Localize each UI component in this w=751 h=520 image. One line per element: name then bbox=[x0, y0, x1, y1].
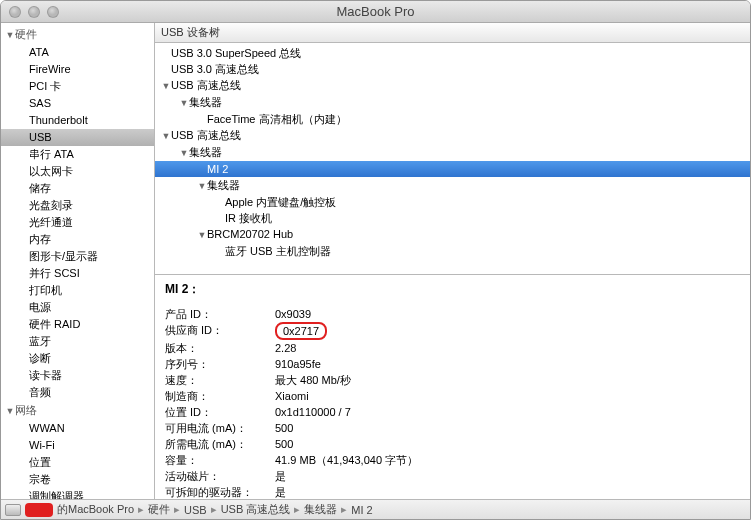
detail-properties: 产品 ID：0x9039供应商 ID：0x2717版本：2.28序列号：910a… bbox=[165, 306, 740, 499]
tree-row-label: USB 高速总线 bbox=[171, 129, 241, 141]
disclosure-triangle-icon[interactable]: ▼ bbox=[197, 227, 207, 243]
sidebar-category[interactable]: ▼网络 bbox=[1, 401, 154, 420]
disclosure-triangle-icon[interactable]: ▼ bbox=[179, 95, 189, 111]
sidebar-category[interactable]: ▼硬件 bbox=[1, 25, 154, 44]
property-row: 供应商 ID：0x2717 bbox=[165, 322, 740, 340]
breadcrumb-separator-icon: ▸ bbox=[294, 503, 300, 516]
sidebar-item[interactable]: 调制解调器 bbox=[1, 488, 154, 499]
property-row: 版本：2.28 bbox=[165, 340, 740, 356]
breadcrumb-segment[interactable]: 硬件 bbox=[148, 502, 170, 517]
highlighted-value: 0x2717 bbox=[275, 322, 327, 340]
sidebar-item[interactable]: 串行 ATA bbox=[1, 146, 154, 163]
sidebar-item[interactable]: 读卡器 bbox=[1, 367, 154, 384]
redacted-name bbox=[25, 503, 53, 517]
sidebar-item[interactable]: 打印机 bbox=[1, 282, 154, 299]
sidebar-item[interactable]: 以太网卡 bbox=[1, 163, 154, 180]
sidebar-item[interactable]: 位置 bbox=[1, 454, 154, 471]
sidebar-item[interactable]: 宗卷 bbox=[1, 471, 154, 488]
sidebar-item[interactable]: 硬件 RAID bbox=[1, 316, 154, 333]
window-titlebar: MacBook Pro bbox=[1, 1, 750, 23]
property-value: 最大 480 Mb/秒 bbox=[275, 372, 351, 388]
sidebar-item[interactable]: WWAN bbox=[1, 420, 154, 437]
property-row: 可用电流 (mA)：500 bbox=[165, 420, 740, 436]
sidebar-item[interactable]: 图形卡/显示器 bbox=[1, 248, 154, 265]
breadcrumb-segment[interactable]: USB bbox=[184, 504, 207, 516]
disclosure-triangle-icon[interactable]: ▼ bbox=[5, 30, 15, 40]
breadcrumb-segment[interactable]: 的MacBook Pro bbox=[57, 502, 134, 517]
disclosure-triangle-icon[interactable]: ▼ bbox=[5, 406, 15, 416]
breadcrumb-segment[interactable]: MI 2 bbox=[351, 504, 372, 516]
sidebar[interactable]: ▼硬件ATAFireWirePCI 卡SASThunderboltUSB串行 A… bbox=[1, 23, 155, 499]
tree-row[interactable]: USB 3.0 SuperSpeed 总线 bbox=[155, 45, 750, 61]
sidebar-item[interactable]: FireWire bbox=[1, 61, 154, 78]
tree-row[interactable]: 蓝牙 USB 主机控制器 bbox=[155, 243, 750, 259]
tree-row[interactable]: ▼USB 高速总线 bbox=[155, 127, 750, 144]
breadcrumb-segment[interactable]: USB 高速总线 bbox=[221, 502, 291, 517]
sidebar-item[interactable]: 蓝牙 bbox=[1, 333, 154, 350]
property-value: 41.9 MB（41,943,040 字节） bbox=[275, 452, 418, 468]
tree-row-label: FaceTime 高清相机（内建） bbox=[207, 113, 347, 125]
sidebar-item[interactable]: 光纤通道 bbox=[1, 214, 154, 231]
property-row: 可拆卸的驱动器：是 bbox=[165, 484, 740, 499]
tree-row[interactable]: ▼集线器 bbox=[155, 177, 750, 194]
tree-row[interactable]: ▼集线器 bbox=[155, 144, 750, 161]
sidebar-item[interactable]: 光盘刻录 bbox=[1, 197, 154, 214]
tree-row-label: IR 接收机 bbox=[225, 212, 272, 224]
tree-row[interactable]: FaceTime 高清相机（内建） bbox=[155, 111, 750, 127]
property-value: 0x2717 bbox=[275, 322, 327, 340]
sidebar-item[interactable]: Thunderbolt bbox=[1, 112, 154, 129]
usb-tree[interactable]: USB 3.0 SuperSpeed 总线USB 3.0 高速总线▼USB 高速… bbox=[155, 43, 750, 275]
breadcrumb-separator-icon: ▸ bbox=[341, 503, 347, 516]
property-row: 制造商：Xiaomi bbox=[165, 388, 740, 404]
breadcrumb-segment[interactable]: 集线器 bbox=[304, 502, 337, 517]
sidebar-item[interactable]: 电源 bbox=[1, 299, 154, 316]
tree-column-header[interactable]: USB 设备树 bbox=[155, 23, 750, 43]
tree-row-label: BRCM20702 Hub bbox=[207, 228, 293, 240]
sidebar-item[interactable]: 音频 bbox=[1, 384, 154, 401]
property-key: 位置 ID： bbox=[165, 404, 275, 420]
tree-row[interactable]: IR 接收机 bbox=[155, 210, 750, 226]
property-key: 供应商 ID： bbox=[165, 322, 275, 340]
property-value: 500 bbox=[275, 436, 293, 452]
tree-row[interactable]: ▼USB 高速总线 bbox=[155, 77, 750, 94]
property-row: 位置 ID：0x1d110000 / 7 bbox=[165, 404, 740, 420]
property-key: 可用电流 (mA)： bbox=[165, 420, 275, 436]
detail-pane: MI 2： 产品 ID：0x9039供应商 ID：0x2717版本：2.28序列… bbox=[155, 275, 750, 499]
property-key: 产品 ID： bbox=[165, 306, 275, 322]
sidebar-item[interactable]: SAS bbox=[1, 95, 154, 112]
computer-icon[interactable] bbox=[5, 504, 21, 516]
disclosure-triangle-icon[interactable]: ▼ bbox=[197, 178, 207, 194]
sidebar-item[interactable]: 诊断 bbox=[1, 350, 154, 367]
breadcrumb-segments: 的MacBook Pro▸硬件▸USB▸USB 高速总线▸集线器▸MI 2 bbox=[57, 502, 373, 517]
sidebar-item[interactable]: 储存 bbox=[1, 180, 154, 197]
sidebar-item[interactable]: PCI 卡 bbox=[1, 78, 154, 95]
property-key: 速度： bbox=[165, 372, 275, 388]
sidebar-item[interactable]: Wi-Fi bbox=[1, 437, 154, 454]
property-key: 序列号： bbox=[165, 356, 275, 372]
property-key: 版本： bbox=[165, 340, 275, 356]
tree-row-label: USB 3.0 高速总线 bbox=[171, 63, 259, 75]
property-key: 可拆卸的驱动器： bbox=[165, 484, 275, 499]
tree-row[interactable]: ▼BRCM20702 Hub bbox=[155, 226, 750, 243]
property-key: 容量： bbox=[165, 452, 275, 468]
tree-row[interactable]: Apple 内置键盘/触控板 bbox=[155, 194, 750, 210]
breadcrumb: 的MacBook Pro▸硬件▸USB▸USB 高速总线▸集线器▸MI 2 bbox=[1, 499, 750, 519]
tree-row[interactable]: ▼集线器 bbox=[155, 94, 750, 111]
sidebar-item[interactable]: ATA bbox=[1, 44, 154, 61]
sidebar-item[interactable]: USB bbox=[1, 129, 154, 146]
tree-row[interactable]: USB 3.0 高速总线 bbox=[155, 61, 750, 77]
property-value: 是 bbox=[275, 484, 286, 499]
property-value: 0x1d110000 / 7 bbox=[275, 404, 351, 420]
property-value: 500 bbox=[275, 420, 293, 436]
disclosure-triangle-icon[interactable]: ▼ bbox=[161, 128, 171, 144]
property-value: 910a95fe bbox=[275, 356, 321, 372]
tree-row[interactable]: MI 2 bbox=[155, 161, 750, 177]
property-row: 容量：41.9 MB（41,943,040 字节） bbox=[165, 452, 740, 468]
sidebar-item[interactable]: 内存 bbox=[1, 231, 154, 248]
disclosure-triangle-icon[interactable]: ▼ bbox=[161, 78, 171, 94]
disclosure-triangle-icon[interactable]: ▼ bbox=[179, 145, 189, 161]
sidebar-item[interactable]: 并行 SCSI bbox=[1, 265, 154, 282]
breadcrumb-separator-icon: ▸ bbox=[174, 503, 180, 516]
tree-row-label: USB 3.0 SuperSpeed 总线 bbox=[171, 47, 301, 59]
breadcrumb-separator-icon: ▸ bbox=[211, 503, 217, 516]
